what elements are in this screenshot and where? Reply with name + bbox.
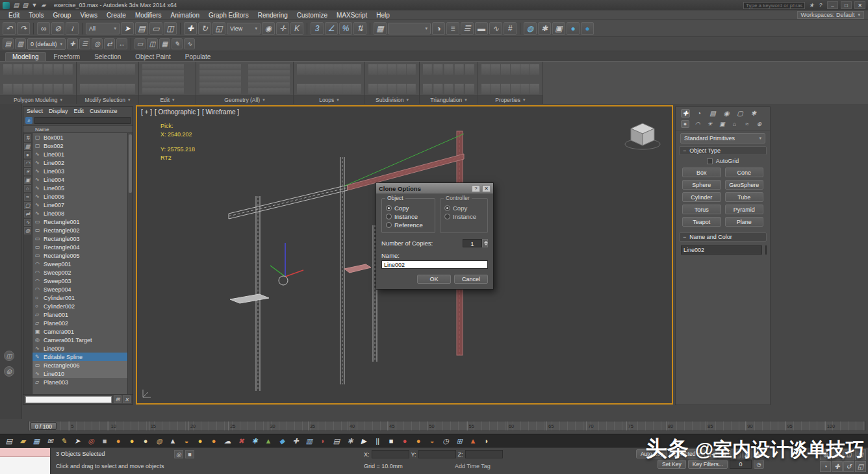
display-shapes-icon[interactable]: ◠ [24,160,31,167]
app-logo-icon[interactable] [3,2,10,9]
notes-icon[interactable]: ▤ [4,436,14,446]
fire-icon[interactable]: ▲ [468,436,478,446]
object-instance-radio[interactable]: Instance [386,212,431,221]
ribbon-group-label[interactable]: Subdivision [365,95,419,104]
object-row[interactable]: ✎ Editable Spline [32,353,127,361]
object-type-rollout[interactable]: Object Type [679,146,767,155]
reference-coordinate-dropdown[interactable]: View [227,23,261,34]
copies-value[interactable]: 1 [463,239,482,247]
object-row[interactable]: ∿ Line002 [32,158,127,167]
redo-icon[interactable]: ↷ [17,22,30,35]
align-icon[interactable]: ≡ [446,22,459,35]
layer-dropdown[interactable]: 0 (default) [27,38,66,50]
zoom-icon[interactable]: ⊕ [820,449,831,460]
ribbon-toggle-icon[interactable]: ▬ [475,22,488,35]
find-pin-button[interactable]: ⊞ [114,395,121,403]
object-row[interactable]: ∿ Line001 [32,150,127,158]
favorites-icon[interactable]: ★ [808,1,815,9]
doc-icon[interactable]: ▤ [331,436,342,446]
cloud-icon[interactable]: ☁ [222,436,233,446]
object-row[interactable]: ◠ Sweep002 [32,268,127,277]
object-name-input[interactable] [681,245,762,255]
monitor-icon[interactable]: ▦ [31,436,42,446]
orange-ball-icon[interactable]: ● [413,436,424,446]
dialog-help-button[interactable]: ? [472,185,480,192]
tab-modify[interactable]: ◔ [695,109,704,118]
display-floater-icon[interactable]: ▭ [134,38,146,49]
select-and-scale-icon[interactable]: ◱ [212,22,225,35]
target-icon[interactable]: ◎ [86,436,96,446]
object-row[interactable]: ○ Cylinder002 [32,302,127,310]
tree-icon[interactable]: ▲ [263,436,274,446]
chart-icon[interactable]: ▥ [304,436,314,446]
layer-manager-icon[interactable]: ☰ [461,22,474,35]
menu-maxscript[interactable]: MAXScript [332,12,372,19]
selection-lock-toggle[interactable]: ■ [185,450,194,458]
arrow-icon[interactable]: ➤ [72,436,83,446]
play-icon[interactable]: ▶ [359,436,369,446]
previous-frame-icon[interactable]: ◀ [719,449,729,458]
select-and-move-icon[interactable]: ✚ [184,22,197,35]
primitive-category-dropdown[interactable]: Standard Primitives [680,133,765,143]
object-row[interactable]: ∿ Line007 [32,201,127,209]
percent-snap-icon[interactable]: % [339,22,352,35]
find-clear-button[interactable]: ✕ [123,395,131,403]
display-helpers-icon[interactable]: ⌂ [24,185,31,192]
ribbon-group-label[interactable]: Modify Selection [77,95,138,104]
add-time-tag[interactable]: Add Time Tag [455,463,491,469]
flag-icon[interactable]: ◗ [318,436,328,446]
ribbon-group-label[interactable]: Polygon Modeling [0,95,76,104]
object-row[interactable]: ▢ Box002 [32,142,127,150]
pan-view-icon[interactable]: ✚ [832,461,843,472]
curve-editor-icon[interactable]: ∿ [489,22,502,35]
object-row[interactable]: ∿ Line004 [32,175,127,184]
named-selection-dropdown[interactable] [388,23,431,34]
mail-icon[interactable]: ✉ [45,436,55,446]
create-layer-icon[interactable]: ✚ [67,38,78,49]
open-file-icon[interactable]: ▧ [21,1,29,9]
menu-animation[interactable]: Animation [166,12,203,19]
current-frame-field[interactable]: 0 [730,460,752,469]
angle-snap-icon[interactable]: ∠ [325,22,338,35]
ribbon-group-buttons[interactable] [199,64,290,94]
object-row[interactable]: ▱ Plane003 [32,378,127,386]
stop-icon[interactable]: ■ [386,436,396,446]
ribbon-group-buttons[interactable] [368,64,416,94]
object-row[interactable]: ∿ Line006 [32,192,127,201]
dialog-close-button[interactable]: ✕ [482,185,491,192]
donut-icon[interactable]: ◒ [181,436,192,446]
cancel-button[interactable]: Cancel [454,275,488,284]
spinner-arrows-icon[interactable] [482,239,488,247]
time-configuration-icon[interactable]: ◷ [754,460,764,469]
explorer-find-input[interactable] [25,396,112,403]
mirror-icon[interactable]: ◑ [432,22,445,35]
bind-to-space-warp-icon[interactable]: ≀ [66,22,79,35]
material-editor-icon[interactable]: ◍ [524,22,537,35]
z-coordinate-field[interactable] [465,450,503,458]
menu-modifiers[interactable]: Modifiers [131,12,166,19]
object-row[interactable]: ▭ Rectangle006 [32,361,127,369]
swap-layers-icon[interactable]: ⇄ [104,38,115,49]
render-setup-icon[interactable]: ✱ [538,22,551,35]
zoom-extents-icon[interactable]: ⊡ [843,449,854,460]
viewcube[interactable] [624,118,661,151]
orbit-icon[interactable]: ↺ [843,461,854,472]
ball-yellow-icon[interactable]: ● [195,436,205,446]
keyboard-override-icon[interactable]: K [290,22,303,35]
menu-help[interactable]: Help [372,12,394,19]
object-copy-radio[interactable]: Copy [386,204,431,212]
ribbon-group-label[interactable]: Geometry (All) [196,95,293,104]
select-and-link-icon[interactable]: ∞ [37,22,50,35]
new-scene-icon[interactable]: ▤ [12,1,20,9]
ribbon-group-buttons[interactable] [423,64,474,94]
pen-icon[interactable]: ✎ [58,436,69,446]
sphere-button[interactable]: Sphere [682,180,721,190]
record-icon[interactable]: ● [400,436,410,446]
menu-tools[interactable]: Tools [24,12,48,19]
object-row[interactable]: ◎ Camera001.Target [32,336,127,344]
display-materials-icon[interactable]: ◍ [24,227,31,234]
ribbon-group-label[interactable]: Triangulation [420,95,478,104]
object-row[interactable]: ▭ Rectangle005 [32,251,127,260]
cat-cameras[interactable]: ▣ [718,120,726,128]
isolate-selection-toggle[interactable]: ◎ [174,450,183,458]
